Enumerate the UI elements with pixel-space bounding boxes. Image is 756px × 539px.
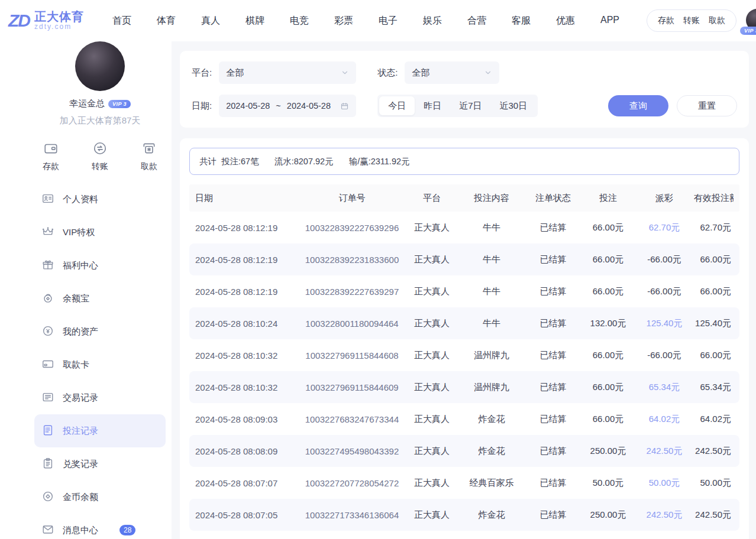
logo[interactable]: ZD 正大体育 zdty.com [8,10,84,31]
cell-bet: 66.00元 [581,382,635,393]
nav-item-sports[interactable]: 体育 [157,15,176,27]
sidebar-item-label: 兑奖记录 [63,459,98,470]
id-card-icon [41,192,54,207]
platform-select-value: 全部 [226,67,244,79]
cell-content: 温州牌九 [458,350,525,361]
nav-item-lottery[interactable]: 彩票 [334,15,353,27]
sidebar: 幸运金总 VIP 3 加入正大体育第87天 存款 转账 [0,41,172,539]
chevron-down-icon [341,69,349,77]
sidebar-item-label: 金币余额 [63,492,98,503]
cell-date: 2024-05-28 08:10:32 [195,382,299,392]
sidebar-item-label: 消息中心 [63,525,98,536]
sidebar-item-message-center[interactable]: 消息中心 28 [34,514,166,539]
sidebar-item-welfare-center[interactable]: 福利中心 [34,249,166,282]
sidebar-item-profile[interactable]: 个人资料 [34,183,166,216]
cell-bet: 66.00元 [581,286,635,297]
cell-bet: 66.00元 [581,414,635,425]
cell-date: 2024-05-28 08:12:19 [195,255,299,265]
vip-badge: VIP 3 [740,27,756,35]
sidebar-item-label: 个人资料 [63,194,98,205]
col-status: 注单状态 [525,193,581,204]
date-separator: ~ [276,101,280,111]
nav-item-entertainment[interactable]: 娱乐 [423,15,442,27]
nav-item-app[interactable]: APP [600,15,619,27]
table-row: 2024-05-28 08:10:32 1003227969115844608 … [189,339,739,371]
cell-status: 已结算 [525,446,581,457]
sidebar-item-coin-balance[interactable]: 金币余额 [34,480,166,514]
cell-payout: 50.00元 [635,478,694,489]
cell-order: 1003228001180094464 [299,319,405,329]
cell-valid: 64.02元 [694,414,734,425]
range-yesterday[interactable]: 昨日 [415,96,450,115]
mail-icon [41,523,54,538]
cell-date: 2024-05-28 08:12:19 [195,287,299,297]
cell-status: 已结算 [525,382,581,393]
wallet-pill: 存款 转账 取款 [647,9,736,32]
table-row: 2024-05-28 08:09:03 1003227683247673344 … [189,403,739,435]
summary-total-label: 共计 [199,156,217,167]
sidebar-item-transaction-records[interactable]: 交易记录 [34,381,166,414]
date-range-input[interactable]: 2024-05-28 ~ 2024-05-28 [219,95,356,117]
status-select[interactable]: 全部 [405,61,499,84]
sidebar-item-yuebao[interactable]: 余额宝 [34,282,166,315]
cell-date: 2024-05-28 08:10:24 [195,319,299,329]
sidebar-item-withdraw-card[interactable]: 取款卡 [34,348,166,381]
cell-content: 炸金花 [458,446,525,457]
cell-date: 2024-05-28 08:10:32 [195,350,299,361]
sidebar-menu: 个人资料 VIP特权 福利中心 余额宝 [34,183,166,539]
profile-avatar [75,41,125,91]
deposit-action[interactable]: 存款 [43,141,59,172]
sidebar-item-vip[interactable]: VIP特权 [34,216,166,249]
nav-item-esports[interactable]: 电竞 [290,15,309,27]
header: ZD 正大体育 zdty.com 首页 体育 真人 棋牌 电竞 彩票 电子 娱乐… [0,0,756,41]
transfer-link[interactable]: 转账 [683,15,700,26]
header-user[interactable]: VIP 3 幸运金总 总资 永久域名: zdty.c [746,9,756,33]
transfer-action[interactable]: 转账 [92,141,108,172]
logo-domain: zdty.com [34,23,84,31]
withdraw-icon [141,141,157,158]
range-30days[interactable]: 近30日 [491,96,537,115]
sidebar-item-label: 投注记录 [63,426,98,437]
nav-item-support[interactable]: 客服 [512,15,531,27]
cell-date: 2024-05-28 08:09:03 [195,414,299,424]
gift-icon [41,258,54,273]
nav-item-live-casino[interactable]: 真人 [201,15,220,27]
sidebar-item-bet-records[interactable]: 投注记录 [34,414,166,447]
date-quick-ranges: 今日 昨日 近7日 近30日 [377,95,538,117]
cell-platform: 正大真人 [405,254,458,265]
deposit-link[interactable]: 存款 [658,15,674,26]
table-row: 2024-05-28 08:10:32 1003227969115844609 … [189,371,739,403]
withdraw-link[interactable]: 取款 [709,15,725,26]
col-date: 日期 [195,193,299,204]
cell-order: 1003227495498043392 [299,446,405,456]
table-header: 日期 订单号 平台 投注内容 注单状态 投注 派彩 有效投注额 [189,184,739,212]
sidebar-item-redeem-records[interactable]: 兑奖记录 [34,447,166,480]
sidebar-item-my-assets[interactable]: 我的资产 [34,315,166,348]
cell-valid: 62.70元 [694,222,734,233]
nav-item-partnership[interactable]: 合营 [467,15,486,27]
reset-button[interactable]: 重置 [677,95,737,116]
page: ZD 正大体育 zdty.com 首页 体育 真人 棋牌 电竞 彩票 电子 娱乐… [0,0,756,539]
search-button[interactable]: 查询 [608,95,668,116]
platform-select[interactable]: 全部 [219,61,356,84]
date-from-value: 2024-05-28 [226,101,270,111]
status-filter-label: 状态: [377,67,398,79]
col-payout: 派彩 [635,193,694,204]
nav-item-promotions[interactable]: 优惠 [556,15,575,27]
main-content: 平台: 全部 状态: 全部 [172,41,756,539]
range-today[interactable]: 今日 [379,96,415,115]
withdraw-action[interactable]: 取款 [141,141,157,172]
redeem-clipboard-icon [41,457,54,472]
main-nav: 首页 体育 真人 棋牌 电竞 彩票 电子 娱乐 合营 客服 优惠 APP [112,15,619,27]
cell-payout: 125.40元 [635,318,694,329]
nav-item-chess-cards[interactable]: 棋牌 [245,15,264,27]
bank-card-icon [41,358,54,372]
nav-item-home[interactable]: 首页 [112,15,131,27]
range-7days[interactable]: 近7日 [450,96,490,115]
cell-status: 已结算 [525,286,581,297]
withdraw-action-label: 取款 [141,161,157,172]
nav-item-slots[interactable]: 电子 [379,15,398,27]
table-body: 2024-05-28 08:12:19 1003228392227639296 … [189,212,739,531]
cell-platform: 正大真人 [405,446,458,457]
date-to-value: 2024-05-28 [287,101,331,111]
